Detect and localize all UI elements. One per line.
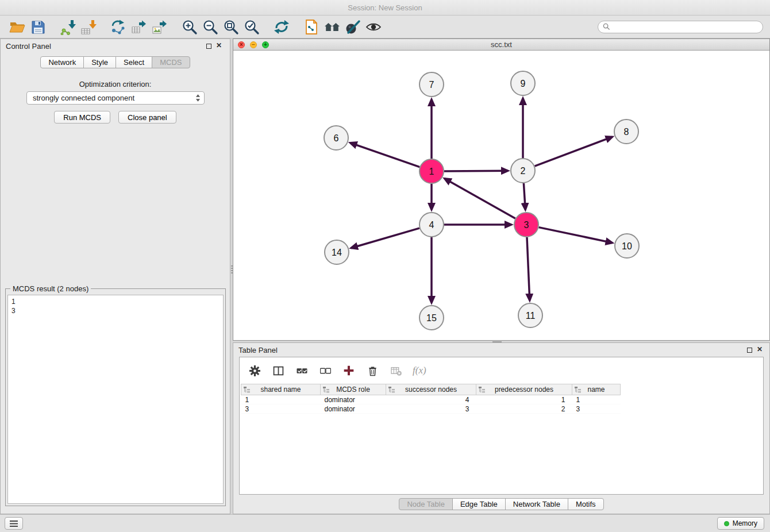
tab-node-table[interactable]: Node Table [399, 498, 453, 510]
column-header-mcds-role[interactable]: MCDS role [321, 384, 386, 395]
tab-network-table[interactable]: Network Table [505, 498, 568, 510]
tab-edge-table[interactable]: Edge Table [452, 498, 506, 510]
table-cell: dominator [321, 395, 386, 404]
close-window-icon[interactable] [238, 41, 245, 48]
zoom-selected-button[interactable] [241, 18, 262, 36]
tab-style[interactable]: Style [83, 56, 116, 68]
mcds-result-title: MCDS result (2 nodes) [10, 284, 91, 293]
tab-mcds[interactable]: MCDS [152, 56, 190, 68]
home-button[interactable] [322, 18, 342, 36]
memory-button[interactable]: Memory [717, 517, 764, 530]
list-icon [10, 521, 18, 527]
graph-node-3[interactable]: 3 [514, 213, 538, 237]
column-header-shared-name[interactable]: shared name [241, 384, 321, 395]
apply-layout-button[interactable] [271, 18, 292, 36]
style-brush-button[interactable] [342, 18, 363, 36]
graph-node-15[interactable]: 15 [419, 306, 444, 330]
column-label: name [587, 385, 605, 394]
table-cell: dominator [321, 404, 386, 414]
graph-edge-1-6[interactable] [351, 143, 420, 167]
graph-node-2[interactable]: 2 [511, 159, 535, 183]
search-input[interactable] [613, 22, 758, 31]
dropdown-arrows-icon [195, 94, 201, 102]
table-panel-tabs: Node Table Edge Table Network Table Moti… [233, 498, 769, 510]
graph-node-1[interactable]: 1 [419, 159, 444, 183]
unchecked-boxes-icon [320, 365, 331, 376]
graph-edge-3-10[interactable] [539, 228, 613, 243]
zoom-fit-button[interactable] [221, 18, 241, 36]
save-session-button[interactable] [28, 18, 48, 36]
graph-node-4[interactable]: 4 [419, 213, 444, 237]
graph-node-11[interactable]: 11 [518, 303, 542, 327]
graph-edge-3-1[interactable] [445, 179, 515, 218]
add-column-button[interactable] [342, 364, 356, 377]
close-panel-icon[interactable] [215, 40, 223, 49]
graph-node-9[interactable]: 9 [511, 71, 535, 95]
graph-edge-2-3[interactable] [523, 183, 525, 210]
deselect-all-button[interactable] [318, 364, 332, 377]
network-window-titlebar[interactable]: scc.txt [233, 39, 769, 51]
float-table-panel-icon[interactable] [747, 348, 752, 353]
network-from-selection-button[interactable] [108, 18, 129, 36]
export-image-button[interactable] [149, 18, 170, 36]
network-canvas[interactable]: 7968124314101511 [233, 51, 769, 340]
tab-motifs[interactable]: Motifs [568, 498, 604, 510]
table-row[interactable]: 1dominator411 [241, 395, 621, 404]
memory-label: Memory [733, 519, 757, 527]
graph-node-10[interactable]: 10 [615, 234, 639, 258]
export-table-button[interactable] [129, 18, 149, 36]
import-network-button[interactable] [57, 18, 78, 36]
checked-boxes-icon [297, 365, 307, 376]
search-field[interactable] [598, 21, 763, 33]
graph-node-label: 4 [429, 220, 434, 230]
task-history-button[interactable] [5, 517, 23, 530]
graph-edge-4-14[interactable] [351, 228, 419, 248]
delete-table-button[interactable] [389, 364, 403, 377]
graph-node-14[interactable]: 14 [325, 240, 349, 264]
column-header-predecessor-nodes[interactable]: predecessor nodes [476, 384, 572, 395]
column-layout-button[interactable] [271, 364, 285, 377]
zoom-in-button[interactable] [179, 18, 200, 36]
graph-node-7[interactable]: 7 [419, 72, 444, 97]
close-panel-button[interactable]: Close panel [118, 111, 176, 124]
zoom-out-button[interactable] [200, 18, 221, 36]
window-title: Session: New Session [0, 0, 770, 16]
zoom-window-icon[interactable] [262, 41, 269, 48]
status-bar: Memory [0, 514, 770, 532]
import-table-button[interactable] [78, 18, 99, 36]
optimization-criterion-label: Optimization criterion: [1, 80, 230, 88]
delete-column-button[interactable] [365, 364, 379, 377]
select-all-button[interactable] [295, 364, 309, 377]
graph-edge-1-2[interactable] [444, 171, 508, 171]
open-session-button[interactable] [7, 18, 28, 36]
graph-node-label: 1 [429, 167, 434, 176]
graph-node-8[interactable]: 8 [614, 119, 638, 144]
tab-network[interactable]: Network [40, 56, 84, 68]
table-settings-button[interactable] [248, 364, 261, 377]
column-type-icon [479, 386, 485, 395]
function-builder-button[interactable]: f(x) [413, 364, 426, 377]
zoom-out-icon [202, 19, 218, 35]
network-window-title: scc.txt [233, 39, 769, 50]
show-hide-button[interactable] [363, 18, 384, 36]
minimize-window-icon[interactable] [250, 41, 257, 48]
table-row[interactable]: 3dominator323 [241, 404, 621, 414]
mcds-result-area[interactable]: 1 3 [7, 295, 224, 504]
graph-edge-2-8[interactable] [535, 137, 613, 166]
optimization-criterion-select[interactable]: strongly connected component [26, 91, 205, 105]
column-header-successor-nodes[interactable]: successor nodes [386, 384, 476, 395]
column-type-icon [244, 386, 250, 395]
run-mcds-button[interactable]: Run MCDS [54, 111, 110, 124]
eye-icon [365, 19, 382, 35]
graph-node-6[interactable]: 6 [324, 126, 348, 150]
document-network-button[interactable] [301, 18, 322, 36]
network-from-selection-icon [110, 19, 126, 35]
column-header-name[interactable]: name [572, 384, 621, 395]
graph-edge-3-11[interactable] [527, 237, 530, 300]
column-label: successor nodes [405, 385, 457, 394]
tab-select[interactable]: Select [116, 56, 152, 68]
close-table-panel-icon[interactable] [756, 344, 764, 353]
plus-icon [343, 365, 355, 376]
float-panel-icon[interactable] [206, 44, 211, 49]
main-toolbar [0, 16, 770, 38]
